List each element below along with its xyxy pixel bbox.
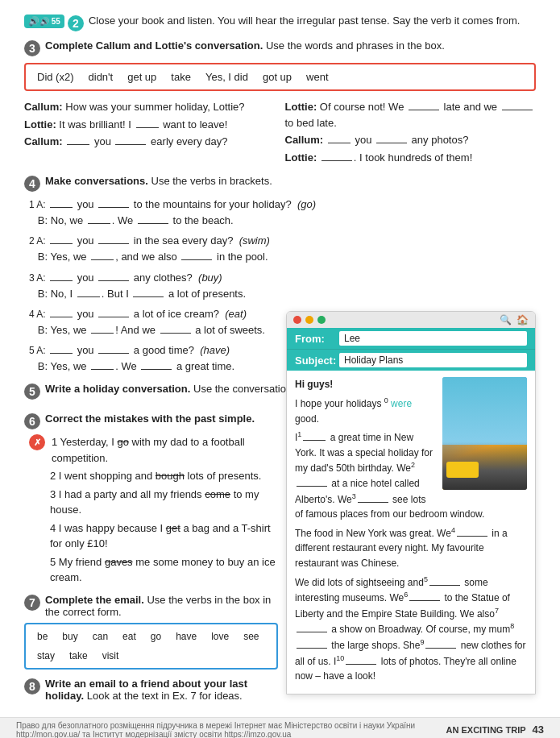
ex6-number: 6 <box>24 413 40 429</box>
mc4-blank3 <box>91 333 114 334</box>
word-5: Yes, I did <box>205 71 248 83</box>
dot-red <box>293 316 301 324</box>
email-blank-2 <box>297 486 327 487</box>
speaker-callum-3: Callum: <box>285 134 324 146</box>
word-7: went <box>306 71 328 83</box>
mc1-num: 1 A: <box>29 199 48 210</box>
blank-2 <box>67 144 89 145</box>
conv-line-5: Callum: you any photos? <box>285 132 537 148</box>
ex6-text-1: 1 Yesterday, I go with my dad to a footb… <box>52 434 278 466</box>
word-4: take <box>171 71 191 83</box>
ex6-items: ✗ 1 Yesterday, I go with my dad to a foo… <box>24 434 278 586</box>
main-content: 6 Correct the mistakes with the past sim… <box>24 408 536 710</box>
audio-icon[interactable]: 🔊🔊 55 <box>24 15 64 28</box>
mc2-blank1 <box>50 243 73 244</box>
ex7-number: 7 <box>24 595 40 611</box>
sky-bg <box>442 377 527 445</box>
ex6-item-3: 3 I had a party and all my friends come … <box>29 487 278 518</box>
ex6-item-4: 4 I was happy because I get a bag and a … <box>29 520 278 552</box>
conv-right: Lottie: Of course not! We late and we to… <box>285 99 537 167</box>
email-blank-3 <box>358 502 388 503</box>
ex6-text-4: 4 I was happy because I get a bag and a … <box>50 520 278 552</box>
conv-left: Callum: How was your summer holiday, Lot… <box>24 99 276 167</box>
mc3-blank3 <box>77 296 100 297</box>
ex6-wrong-4: get <box>166 522 180 534</box>
mc5-blank2 <box>98 353 129 354</box>
from-label: From: <box>295 333 339 345</box>
ex6-item-5: 5 My friend gaves me some money to buy a… <box>29 554 278 586</box>
mc3-num: 3 A: <box>29 272 48 284</box>
home-icon[interactable]: 🏠 <box>516 314 529 325</box>
speaker-lottie-2: Lottie: <box>285 101 317 113</box>
conversation-3: Callum: How was your summer holiday, Lot… <box>24 99 536 167</box>
ex7-instructions: Complete the email. Use the verbs in the… <box>45 594 278 618</box>
exercise-6: 6 Correct the mistakes with the past sim… <box>24 413 278 586</box>
speaker-lottie-1: Lottie: <box>24 118 56 131</box>
sup-5: 5 <box>424 575 428 583</box>
blank-4 <box>409 110 439 110</box>
wb7-go: go <box>151 631 161 642</box>
subject-value: Holiday Plans <box>339 353 527 367</box>
blank-7 <box>376 143 407 143</box>
from-value: Lee <box>339 331 527 346</box>
conv-line-3: Callum: you early every day? <box>24 134 276 150</box>
conv-line-1: Callum: How was your summer holiday, Lot… <box>24 99 276 115</box>
dot-yellow <box>305 316 313 324</box>
sup-7: 7 <box>495 607 499 615</box>
email-blank-10 <box>346 664 376 665</box>
blank-5 <box>502 110 533 110</box>
page-number: 43 <box>533 723 544 736</box>
email-search-icons: 🔍 🏠 <box>500 314 529 325</box>
chapter-title: AN EXCITING TRIP <box>446 725 526 735</box>
search-icon[interactable]: 🔍 <box>500 314 512 325</box>
wb7-have: have <box>176 631 197 642</box>
mc2-blank4 <box>181 259 212 260</box>
word-box-3: Did (x2) didn't get up take Yes, I did g… <box>24 63 536 91</box>
ex5-number: 5 <box>24 384 40 400</box>
wb7-eat: eat <box>122 631 136 642</box>
email-para-3: The food in New York was great. We4 in a… <box>295 525 527 571</box>
speaker-callum-2: Callum: <box>24 135 63 147</box>
speaker-lottie-3: Lottie: <box>285 151 317 164</box>
exercise-8: 8 Write an email to a friend about your … <box>24 678 278 702</box>
mc2-blank3 <box>91 259 114 260</box>
ex6-text-5: 5 My friend gaves me some money to buy a… <box>50 554 278 586</box>
sup-6: 6 <box>404 591 408 599</box>
ex8-number: 8 <box>24 678 40 694</box>
mc5-blank1 <box>50 353 73 354</box>
sup-10: 10 <box>336 654 344 662</box>
mc4-num: 4 A: <box>29 309 48 320</box>
make-conv-2: 2 A: you in the sea every day? (swim) B:… <box>29 233 536 265</box>
ex3-instructions: Complete Callum and Lottie's conversatio… <box>45 39 445 52</box>
ex6-wrong-3: come <box>205 488 230 500</box>
left-col: 6 Correct the mistakes with the past sim… <box>24 408 286 710</box>
dot-green <box>317 316 326 324</box>
sup-8: 8 <box>510 622 514 630</box>
exercise-2: 🔊🔊 55 2 Close your book and listen. You … <box>24 15 536 31</box>
ex2-number: 2 <box>68 15 84 31</box>
email-blank-6 <box>409 600 440 601</box>
mc5-blank4 <box>141 369 172 370</box>
wb7-be: be <box>37 631 48 642</box>
conv-line-4: Lottie: Of course not! We late and we to… <box>285 99 537 131</box>
make-conv-1: 1 A: you to the mountains for your holid… <box>29 197 536 229</box>
email-blank-4 <box>457 536 487 537</box>
conv-line-6: Lottie: . I took hundreds of them! <box>285 150 537 166</box>
wb7-see: see <box>243 631 259 642</box>
blank-3 <box>115 144 146 145</box>
mc2-blank2 <box>98 243 129 244</box>
wb7-buy: buy <box>62 631 77 642</box>
sup-4: 4 <box>451 526 455 534</box>
ex6-wrong-1: go <box>117 436 128 448</box>
word-6: got up <box>263 71 292 83</box>
taxi-icon <box>446 462 479 478</box>
exercise-7: 7 Complete the email. Use the verbs in t… <box>24 594 278 670</box>
sup-2: 2 <box>411 461 415 469</box>
sup-9: 9 <box>420 638 424 646</box>
ex6-item-1: ✗ 1 Yesterday, I go with my dad to a foo… <box>29 434 278 466</box>
email-blank-7 <box>297 632 327 632</box>
email-subject-row: Subject: Holiday Plans <box>287 349 535 371</box>
email-blank-8 <box>297 648 327 649</box>
email-para-4: We did lots of sightseeing and5 some int… <box>295 574 527 684</box>
mc1-blank2 <box>98 207 129 208</box>
